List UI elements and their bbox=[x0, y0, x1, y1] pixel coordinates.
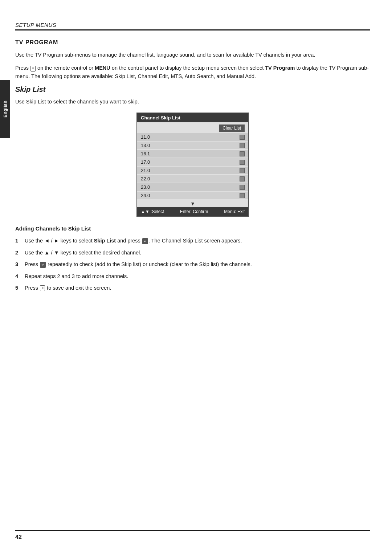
bottom-divider bbox=[15, 530, 370, 531]
step-number: 4 bbox=[15, 272, 21, 280]
steps-list: 1 Use the ◄ / ► keys to select Skip List… bbox=[15, 237, 370, 292]
tv-program-heading: TV PROGRAM bbox=[15, 39, 370, 46]
clear-list-button[interactable]: Clear List bbox=[219, 125, 245, 132]
sidebar-label: English bbox=[3, 101, 8, 118]
channel-skip-list-box: Channel Skip List Clear List 11.0 13.0 1… bbox=[136, 113, 249, 217]
table-row: 21.0 bbox=[137, 167, 248, 174]
nav-bar: ▲▼ :Select Enter: Confirm Menu: Exit bbox=[137, 207, 248, 216]
table-row: 11.0 bbox=[137, 133, 248, 141]
section-title: SETUP MENUS bbox=[15, 22, 370, 28]
adding-channels-section: Adding Channels to Skip List 1 Use the ◄… bbox=[15, 225, 370, 292]
sidebar-language-tab: English bbox=[0, 80, 10, 138]
setup-menus-header: SETUP MENUS bbox=[15, 22, 370, 30]
list-item: 5 Press to save and exit the screen. bbox=[15, 284, 370, 292]
adding-channels-heading: Adding Channels to Skip List bbox=[15, 225, 370, 232]
table-row: 16.1 bbox=[137, 150, 248, 158]
channel-checkbox bbox=[240, 185, 245, 190]
tv-program-para2: Press on the remote control or MENU on t… bbox=[15, 64, 370, 80]
remote-icon-2 bbox=[40, 285, 45, 291]
nav-select: ▲▼ :Select bbox=[141, 209, 164, 214]
nav-confirm: Enter: Confirm bbox=[180, 209, 208, 214]
clear-list-row: Clear List bbox=[137, 122, 248, 133]
step-number: 3 bbox=[15, 260, 21, 268]
step-text: Repeat steps 2 and 3 to add more channel… bbox=[25, 272, 128, 280]
step-number: 2 bbox=[15, 249, 21, 257]
page-number: 42 bbox=[15, 534, 22, 540]
scroll-indicator: ▼ bbox=[137, 200, 248, 207]
skip-list-heading: Skip List bbox=[15, 85, 370, 94]
table-row: 22.0 bbox=[137, 175, 248, 183]
list-item: 3 Press ↵ repeatedly to check (add to th… bbox=[15, 260, 370, 268]
channel-checkbox bbox=[240, 135, 245, 140]
step-text: Use the ▲ / ▼ keys to select the desired… bbox=[25, 249, 141, 257]
channel-checkbox bbox=[240, 176, 245, 181]
main-content: SETUP MENUS TV PROGRAM Use the TV Progra… bbox=[15, 0, 370, 292]
skip-list-bold: Skip List bbox=[94, 238, 116, 244]
tv-program-bold: TV Program bbox=[265, 65, 295, 71]
bottom-section: 42 bbox=[0, 530, 392, 540]
table-row: 23.0 bbox=[137, 183, 248, 191]
table-row: 24.0 bbox=[137, 192, 248, 199]
skip-list-section: Skip List Use Skip List to select the ch… bbox=[15, 85, 370, 217]
channel-checkbox bbox=[240, 143, 245, 148]
channel-checkbox bbox=[240, 160, 245, 165]
step-text: Use the ◄ / ► keys to select Skip List a… bbox=[25, 237, 242, 245]
menu-bold: MENU bbox=[95, 65, 110, 71]
tv-program-section: TV PROGRAM Use the TV Program sub-menus … bbox=[15, 39, 370, 80]
remote-icon-1 bbox=[30, 66, 36, 72]
channel-skip-list-title: Channel Skip List bbox=[137, 113, 248, 122]
channel-checkbox bbox=[240, 168, 245, 173]
enter-icon: ↵ bbox=[40, 262, 46, 268]
step-number: 1 bbox=[15, 237, 21, 245]
tv-program-para1: Use the TV Program sub-menus to manage t… bbox=[15, 51, 370, 59]
step-text: Press ↵ repeatedly to check (add to the … bbox=[25, 260, 252, 268]
table-row: 13.0 bbox=[137, 142, 248, 149]
channel-checkbox bbox=[240, 193, 245, 198]
list-item: 4 Repeat steps 2 and 3 to add more chann… bbox=[15, 272, 370, 280]
list-item: 1 Use the ◄ / ► keys to select Skip List… bbox=[15, 237, 370, 245]
nav-exit: Menu: Exit bbox=[224, 209, 245, 214]
skip-list-desc: Use Skip List to select the channels you… bbox=[15, 98, 370, 106]
step-text: Press to save and exit the screen. bbox=[25, 284, 111, 292]
channel-checkbox bbox=[240, 151, 245, 156]
table-row: 17.0 bbox=[137, 158, 248, 166]
list-item: 2 Use the ▲ / ▼ keys to select the desir… bbox=[15, 249, 370, 257]
enter-icon: ↵ bbox=[142, 238, 148, 245]
header-divider bbox=[15, 29, 370, 30]
step-number: 5 bbox=[15, 284, 21, 292]
channel-skip-list-container: Channel Skip List Clear List 11.0 13.0 1… bbox=[15, 113, 370, 217]
